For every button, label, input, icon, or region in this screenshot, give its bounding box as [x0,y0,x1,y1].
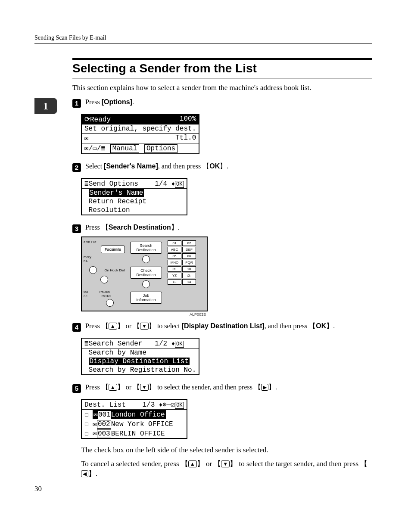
numkey-ABC: ABC [168,247,181,252]
numkey-DEF: DEF [182,247,196,252]
lcd-screen-3: ≣Search Sender 1/2 ♦OK Search by Name Di… [81,338,199,375]
step-1: 1 Press [Options]. [72,98,372,108]
step-num-4: 4 [72,323,81,332]
numkey-14: 14 [182,279,196,285]
step-num-3: 3 [72,224,81,233]
lcd-screen-1: ⟳Ready100% Set original, specify dest. ✉… [81,114,199,154]
control-panel-figure: eive File Facsimile mory ns. On Hook Dia… [81,236,208,311]
intro-text: This section explains how to select a se… [72,84,372,92]
step-num-1: 1 [72,99,81,108]
numkey-06: 06 [182,253,196,259]
step-5: 5 Press 【▲】 or 【▼】 to select the sender,… [72,383,372,393]
numkey-05: 05 [168,253,181,259]
page-number: 30 [34,485,372,493]
numkey-PQR: PQR [182,260,196,265]
step-3: 3 Press Search Destination. [72,223,372,233]
numkey-10: 10 [182,266,196,272]
numkey-MNO: MNO [168,260,181,265]
numkey-02: 02 [182,240,196,246]
step-num-2: 2 [72,163,81,172]
numkey-@.: @. [182,273,196,278]
footer-note-1: The check box on the left side of the se… [81,446,372,454]
numkey-01: 01 [168,240,181,246]
chapter-tab: 1 [34,98,57,114]
numkey-13: 13 [168,279,181,285]
breadcrumb: Sending Scan Files by E-mail [34,34,372,44]
step-num-5: 5 [72,384,81,393]
step-2: 2 Select [Sender's Name], and then press… [72,162,372,172]
footer-note-2: To cancel a selected sender, press 【▲】 o… [81,459,372,479]
figure-caption: ALP003S [81,312,206,317]
lcd-screen-2: ≣Send Options 1/4 ♦OK Sender's Name Retu… [81,178,187,215]
numkey-YZ: YZ [168,273,181,278]
numkey-09: 09 [168,266,181,272]
page-title: Selecting a Sender from the List [72,58,372,75]
lcd-screen-4: Dest. List 1/3 ♦⊕→☑OK ☐ ✉001London Offic… [81,399,187,439]
step-4: 4 Press 【▲】 or 【▼】 to select [Display De… [72,322,372,332]
